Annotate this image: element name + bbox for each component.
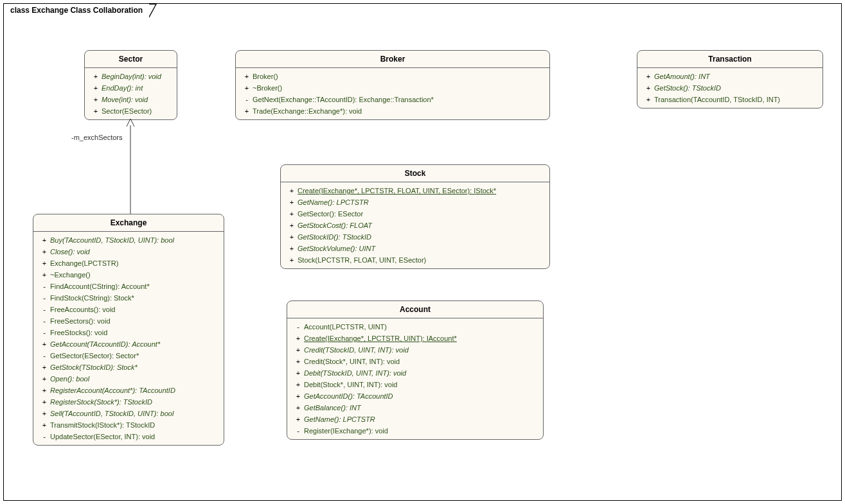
operation-row: +RegisterAccount(Account*): TAccountID	[33, 385, 224, 396]
visibility: +	[292, 391, 304, 401]
operation-signature: ~Broker()	[253, 83, 544, 93]
class-broker-ops: +Broker()+~Broker()-GetNext(Exchange::TA…	[236, 68, 549, 119]
association-exchange-sector	[126, 117, 139, 214]
class-transaction[interactable]: Transaction +GetAmount(): INT+GetStock()…	[637, 50, 823, 109]
operation-row: +GetSector(): ESector	[281, 208, 549, 220]
visibility: +	[292, 356, 304, 367]
visibility: -	[241, 94, 253, 105]
class-transaction-name: Transaction	[637, 51, 823, 68]
operation-row: +Credit(TStockID, UINT, INT): void	[287, 344, 543, 356]
operation-row: -GetSector(ESector): Sector*	[33, 350, 224, 361]
operation-signature: Move(int): void	[102, 94, 172, 105]
operation-signature: GetStockID(): TStockID	[298, 232, 544, 242]
operation-signature: Debit(TStockID, UINT, INT): void	[304, 368, 538, 378]
operation-row: +GetStock(): TStockID	[637, 82, 823, 94]
operation-signature: Trade(Exchange::Exchange*): void	[253, 106, 544, 116]
operation-signature: Register(IExchange*): void	[304, 426, 538, 436]
operation-row: +GetName(): LPCTSTR	[281, 196, 549, 208]
visibility: +	[286, 186, 298, 196]
visibility: +	[292, 345, 304, 355]
operation-signature: GetStockVolume(): UINT	[298, 243, 544, 254]
diagram-canvas[interactable]: Sector +BeginDay(int): void+EndDay(): in…	[4, 18, 841, 500]
operation-signature: Debit(Stock*, UINT, INT): void	[304, 379, 538, 390]
operation-row: -FindStock(CString): Stock*	[33, 292, 224, 304]
operation-signature: Transaction(TAccountID, TStockID, INT)	[654, 94, 817, 105]
operation-row: +TransmitStock(IStock*): TStockID	[33, 419, 224, 431]
visibility: +	[241, 106, 253, 116]
operation-row: -FindAccount(CString): Account*	[33, 281, 224, 292]
operation-row: +Debit(TStockID, UINT, INT): void	[287, 367, 543, 379]
class-broker[interactable]: Broker +Broker()+~Broker()-GetNext(Excha…	[235, 50, 550, 120]
operation-signature: Buy(TAccountID, TStockID, UINT): bool	[50, 235, 218, 245]
operation-signature: Broker()	[253, 71, 544, 82]
operation-signature: FindAccount(CString): Account*	[50, 281, 218, 291]
operation-signature: Credit(Stock*, UINT, INT): void	[304, 356, 538, 367]
visibility: +	[643, 83, 654, 93]
visibility: +	[286, 255, 298, 265]
operation-row: +Sector(ESector)	[85, 105, 177, 117]
visibility: +	[39, 385, 50, 395]
class-account-ops: -Account(LPCTSTR, UINT)+Create(IExchange…	[287, 318, 543, 439]
visibility: +	[39, 397, 50, 407]
operation-signature: GetAccountID(): TAccountID	[304, 391, 538, 401]
visibility: -	[39, 327, 50, 338]
visibility: +	[286, 243, 298, 254]
class-sector[interactable]: Sector +BeginDay(int): void+EndDay(): in…	[84, 50, 177, 120]
operation-row: +GetAccount(TAccountID): Account*	[33, 338, 224, 350]
operation-signature: FindStock(CString): Stock*	[50, 293, 218, 303]
operation-row: -GetNext(Exchange::TAccountID): Exchange…	[236, 94, 549, 105]
operation-row: -Account(LPCTSTR, UINT)	[287, 321, 543, 333]
operation-signature: GetAccount(TAccountID): Account*	[50, 339, 218, 349]
operation-signature: BeginDay(int): void	[102, 71, 172, 82]
operation-signature: FreeSectors(): void	[50, 316, 218, 326]
visibility: +	[292, 368, 304, 378]
operation-signature: Open(): bool	[50, 374, 218, 384]
operation-signature: GetName(): LPCTSTR	[304, 414, 538, 424]
operation-signature: Exchange(LPCTSTR)	[50, 258, 218, 268]
operation-row: +GetBalance(): INT	[287, 402, 543, 413]
operation-row: +~Exchange()	[33, 269, 224, 281]
operation-signature: RegisterStock(Stock*): TStockID	[50, 397, 218, 407]
operation-row: +GetAccountID(): TAccountID	[287, 390, 543, 402]
class-stock-ops: +Create(IExchange*, LPCTSTR, FLOAT, UINT…	[281, 182, 549, 268]
class-exchange[interactable]: Exchange +Buy(TAccountID, TStockID, UINT…	[33, 214, 224, 446]
visibility: +	[286, 232, 298, 242]
operation-signature: GetStockCost(): FLOAT	[298, 220, 544, 230]
visibility: -	[39, 351, 50, 361]
operation-signature: GetSector(): ESector	[298, 209, 544, 219]
operation-signature: GetStock(): TStockID	[654, 83, 817, 93]
operation-row: +Credit(Stock*, UINT, INT): void	[287, 356, 543, 367]
operation-row: -FreeAccounts(): void	[33, 304, 224, 315]
operation-row: +GetStockVolume(): UINT	[281, 243, 549, 254]
operation-signature: UpdateSector(ESector, INT): void	[50, 431, 218, 442]
diagram-frame: class Exchange Class Collaboration Secto…	[3, 3, 842, 501]
visibility: +	[643, 94, 654, 105]
visibility: +	[39, 235, 50, 245]
operation-row: +Stock(LPCTSTR, FLOAT, UINT, ESector)	[281, 254, 549, 266]
visibility: +	[241, 83, 253, 93]
operation-row: +Create(IExchange*, LPCTSTR, FLOAT, UINT…	[281, 185, 549, 196]
visibility: -	[39, 293, 50, 303]
operation-signature: GetStock(TStockID): Stock*	[50, 362, 218, 372]
class-account[interactable]: Account -Account(LPCTSTR, UINT)+Create(I…	[287, 300, 544, 440]
operation-row: +~Broker()	[236, 82, 549, 94]
visibility: +	[90, 94, 102, 105]
operation-row: +Open(): bool	[33, 373, 224, 385]
operation-signature: GetSector(ESector): Sector*	[50, 351, 218, 361]
visibility: +	[39, 270, 50, 280]
operation-signature: EndDay(): int	[102, 83, 172, 93]
operation-signature: TransmitStock(IStock*): TStockID	[50, 420, 218, 430]
operation-row: +GetStockCost(): FLOAT	[281, 220, 549, 231]
visibility: +	[39, 374, 50, 384]
operation-row: -FreeStocks(): void	[33, 327, 224, 338]
operation-signature: Account(LPCTSTR, UINT)	[304, 322, 538, 332]
class-sector-name: Sector	[85, 51, 177, 68]
operation-row: +RegisterStock(Stock*): TStockID	[33, 396, 224, 408]
class-transaction-ops: +GetAmount(): INT+GetStock(): TStockID+T…	[637, 68, 823, 108]
operation-row: +Buy(TAccountID, TStockID, UINT): bool	[33, 234, 224, 246]
visibility: +	[90, 83, 102, 93]
operation-signature: Close(): void	[50, 247, 218, 257]
visibility: +	[39, 408, 50, 419]
operation-row: +Trade(Exchange::Exchange*): void	[236, 105, 549, 117]
class-stock[interactable]: Stock +Create(IExchange*, LPCTSTR, FLOAT…	[280, 164, 550, 269]
